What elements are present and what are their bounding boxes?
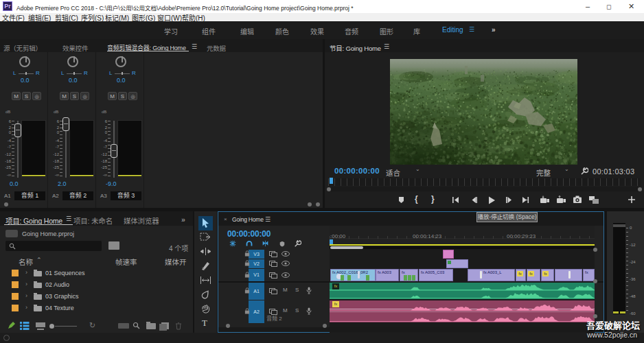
svg-text:T: T [202, 318, 207, 327]
